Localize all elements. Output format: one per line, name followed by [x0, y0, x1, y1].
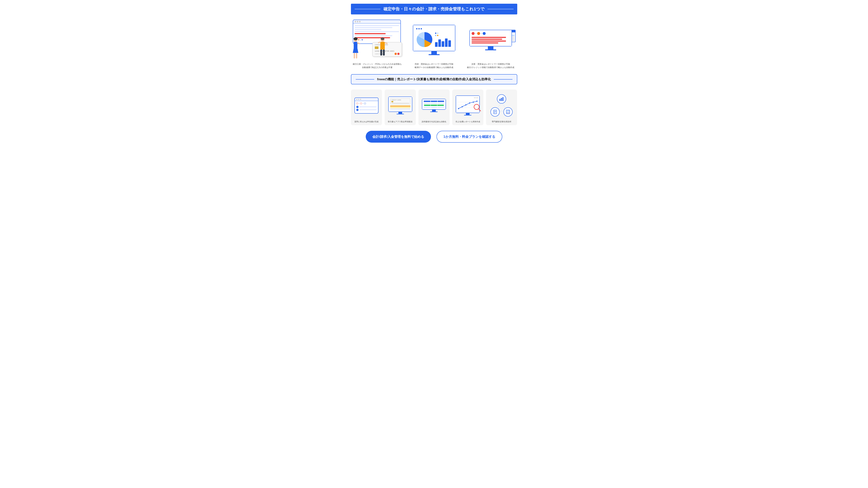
col2-right-panel: [435, 33, 451, 47]
card5-circles: [490, 94, 514, 117]
col3-row-2: [472, 39, 502, 40]
cta-primary-button[interactable]: 会計/請求/入金管理を無料で始める: [366, 131, 431, 143]
card3-header: [424, 101, 444, 102]
card3-row-3: [424, 107, 444, 108]
svg-point-21: [473, 102, 474, 103]
c4d2: [475, 97, 476, 98]
svg-point-1: [353, 37, 358, 40]
browser-row-1: [354, 25, 399, 26]
card4-icon: [454, 92, 482, 118]
card2-monitor: CREDIT CARD: [388, 96, 412, 112]
card4-dots: [458, 97, 478, 98]
cr3: [438, 103, 444, 104]
cta-secondary-button[interactable]: 1か月無料・料金プランを確認する: [436, 131, 502, 143]
cc-dot-orange: [395, 53, 397, 55]
svg-rect-11: [383, 50, 385, 56]
cr6: [438, 107, 444, 108]
bottom-card-3: 請求書発行/仕訳記録も自動化: [418, 89, 450, 125]
card3-monitor-group: [422, 99, 446, 112]
dot3: [421, 28, 422, 29]
legend-dot-3: [435, 35, 436, 36]
bottom-card-2: CREDIT CARD 取引書もアプリ取込/即座配信: [384, 89, 416, 125]
card3-monitor: [422, 99, 446, 110]
pie-chart: [416, 31, 433, 48]
check-icon-1: ✓: [356, 106, 359, 108]
svg-rect-4: [354, 53, 355, 58]
magnify-icon: [473, 104, 482, 112]
fa2: ›: [363, 103, 363, 104]
c4d1: [474, 97, 475, 98]
col3-monitor-base: [485, 49, 496, 50]
top-col-3: › › 決算・買算金はレポートで一目瞭然が可能: [464, 20, 517, 69]
flow-arrow-2: ›: [481, 32, 482, 35]
card4-base: [464, 115, 471, 115]
card1-d1: [356, 99, 358, 100]
svg-point-18: [462, 106, 463, 107]
card1-d2: [358, 99, 359, 100]
feature-line-right: [494, 79, 512, 80]
col2-monitor-group: [413, 25, 455, 55]
browser-titlebar: [353, 20, 400, 24]
bar-2: [438, 39, 441, 47]
card2-cc: CREDIT CARD: [390, 98, 410, 105]
legend-dots: [435, 33, 451, 36]
col3-row-4: [472, 42, 498, 44]
card2-caption: 取引書もアプリ取込/即座配信: [388, 120, 412, 123]
svg-rect-9: [380, 42, 385, 50]
gr2: [431, 105, 437, 106]
cr2: [431, 103, 437, 104]
flow-arrow-1: ›: [475, 32, 476, 35]
card1-flow: › ›: [356, 103, 377, 104]
feature-banner: freeeの機能｜売上レポート/決算書も簡単作成/帳簿の自動作成/入金消込も効率…: [351, 74, 517, 84]
col3-flow: › ›: [472, 32, 510, 35]
card2-monitor-group: CREDIT CARD: [388, 96, 412, 114]
check-1: ✓: [356, 106, 377, 108]
col1-caption: 銀行口座・クレジット・POSレジからの入出金情報も 自動連携で転記入力の作業は不…: [353, 62, 402, 69]
svg-point-8: [381, 37, 384, 40]
col2-caption: 売掛・買掛金はレポートで一目瞭然が可能 帳簿データの自動連携で帳かぶも自動作成: [415, 62, 453, 69]
svg-rect-2: [354, 42, 358, 49]
legend-2: [435, 35, 451, 36]
svg-line-24: [478, 109, 480, 111]
bar-chart: [435, 37, 451, 47]
ch2: [431, 101, 437, 102]
fd1: [356, 103, 358, 104]
card2-cc-label: CREDIT CARD: [392, 99, 409, 101]
browser-dot-3: [359, 21, 361, 22]
feature-line-left: [356, 79, 374, 80]
svg-rect-5: [356, 53, 357, 58]
card2-screen: CREDIT CARD: [389, 97, 412, 112]
svg-rect-10: [380, 50, 382, 56]
monitor-base: [429, 54, 440, 55]
col2-dots: [416, 28, 452, 29]
bottom-card-1: › › ✓ ✓: [351, 89, 382, 125]
card1-body: › › ✓ ✓: [355, 101, 378, 113]
col3-screen: › ›: [470, 30, 512, 46]
card2-num: [392, 103, 409, 104]
check-label-1: [359, 106, 377, 107]
top-col-1: › › CREDIT CARD 1234 5678 8765 4321 CARD…: [351, 20, 404, 69]
check-label-2: [359, 109, 377, 110]
fd2: [360, 103, 362, 104]
svg-point-22: [476, 101, 477, 102]
card2-base: [397, 114, 404, 114]
top-col-2: 売掛・買掛金はレポートで一目瞭然が可能 帳簿データの自動連携で帳かぶも自動作成: [407, 20, 461, 69]
legend-1: [435, 33, 451, 34]
card1-titlebar: [355, 98, 378, 101]
col3-monitor: › ›: [469, 30, 512, 47]
browser-row-4: [354, 31, 399, 32]
bar-3: [442, 41, 444, 47]
flow-dot-2: [477, 32, 480, 35]
gr3: [437, 105, 444, 106]
col2-illustration: [407, 20, 461, 60]
bottom-section: › › ✓ ✓: [351, 89, 517, 125]
card4-stand: [466, 113, 470, 115]
top-section: › › CREDIT CARD 1234 5678 8765 4321 CARD…: [351, 20, 517, 69]
svg-line-41: [501, 103, 508, 111]
col2-monitor: [413, 25, 455, 51]
check-2: ✓: [356, 109, 377, 111]
header-title: 確定申告・日々の会計・請求・売掛金管理もこれ1つで: [383, 6, 484, 12]
svg-marker-3: [353, 48, 358, 53]
cc-dot-red: [397, 53, 400, 55]
ch3: [438, 101, 444, 102]
